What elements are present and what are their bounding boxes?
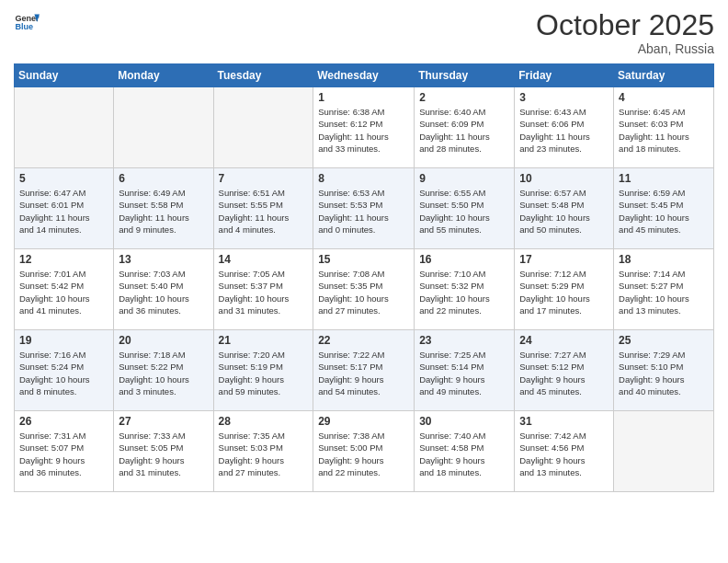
- day-number: 11: [619, 172, 709, 185]
- day-info: Sunrise: 6:51 AMSunset: 5:55 PMDaylight:…: [219, 187, 309, 236]
- table-cell: 2Sunrise: 6:40 AMSunset: 6:09 PMDaylight…: [415, 87, 515, 168]
- table-cell: [15, 87, 114, 168]
- table-cell: 8Sunrise: 6:53 AMSunset: 5:53 PMDaylight…: [313, 168, 415, 249]
- day-info: Sunrise: 7:10 AMSunset: 5:32 PMDaylight:…: [419, 268, 509, 316]
- day-number: 14: [219, 253, 309, 266]
- day-info: Sunrise: 7:35 AMSunset: 5:03 PMDaylight:…: [219, 430, 309, 478]
- day-info: Sunrise: 6:55 AMSunset: 5:50 PMDaylight:…: [419, 187, 509, 236]
- table-cell: 19Sunrise: 7:16 AMSunset: 5:24 PMDayligh…: [15, 330, 114, 411]
- day-number: 2: [419, 91, 509, 104]
- header-friday: Friday: [515, 64, 614, 87]
- day-info: Sunrise: 7:14 AMSunset: 5:27 PMDaylight:…: [619, 268, 709, 316]
- day-number: 27: [119, 415, 208, 428]
- table-cell: 16Sunrise: 7:10 AMSunset: 5:32 PMDayligh…: [415, 249, 515, 330]
- day-number: 31: [519, 415, 609, 428]
- day-info: Sunrise: 7:29 AMSunset: 5:10 PMDaylight:…: [619, 349, 709, 397]
- day-info: Sunrise: 6:49 AMSunset: 5:58 PMDaylight:…: [119, 187, 208, 236]
- table-cell: 25Sunrise: 7:29 AMSunset: 5:10 PMDayligh…: [614, 330, 714, 411]
- day-number: 10: [519, 172, 609, 185]
- day-number: 9: [419, 172, 509, 185]
- header-sunday: Sunday: [15, 64, 114, 87]
- day-info: Sunrise: 6:38 AMSunset: 6:12 PMDaylight:…: [318, 106, 409, 155]
- day-number: 5: [19, 172, 108, 185]
- day-info: Sunrise: 7:40 AMSunset: 4:58 PMDaylight:…: [419, 430, 509, 478]
- day-info: Sunrise: 7:31 AMSunset: 5:07 PMDaylight:…: [19, 430, 108, 478]
- calendar-table: Sunday Monday Tuesday Wednesday Thursday…: [14, 63, 714, 492]
- day-number: 16: [419, 253, 509, 266]
- day-number: 6: [119, 172, 208, 185]
- table-cell: 18Sunrise: 7:14 AMSunset: 5:27 PMDayligh…: [614, 249, 714, 330]
- table-cell: 20Sunrise: 7:18 AMSunset: 5:22 PMDayligh…: [114, 330, 213, 411]
- day-number: 21: [219, 334, 309, 347]
- table-cell: 1Sunrise: 6:38 AMSunset: 6:12 PMDaylight…: [313, 87, 415, 168]
- day-number: 30: [419, 415, 509, 428]
- day-number: 23: [419, 334, 509, 347]
- day-number: 8: [318, 172, 409, 185]
- logo-icon: General Blue: [14, 9, 40, 35]
- day-info: Sunrise: 6:53 AMSunset: 5:53 PMDaylight:…: [318, 187, 409, 236]
- table-cell: 26Sunrise: 7:31 AMSunset: 5:07 PMDayligh…: [15, 411, 114, 492]
- table-cell: 30Sunrise: 7:40 AMSunset: 4:58 PMDayligh…: [415, 411, 515, 492]
- day-info: Sunrise: 7:33 AMSunset: 5:05 PMDaylight:…: [119, 430, 208, 478]
- day-info: Sunrise: 6:47 AMSunset: 6:01 PMDaylight:…: [19, 187, 108, 236]
- day-info: Sunrise: 7:03 AMSunset: 5:40 PMDaylight:…: [119, 268, 208, 316]
- table-cell: 13Sunrise: 7:03 AMSunset: 5:40 PMDayligh…: [114, 249, 213, 330]
- table-cell: 24Sunrise: 7:27 AMSunset: 5:12 PMDayligh…: [515, 330, 614, 411]
- day-number: 17: [519, 253, 609, 266]
- day-info: Sunrise: 6:59 AMSunset: 5:45 PMDaylight:…: [619, 187, 709, 236]
- header-monday: Monday: [114, 64, 213, 87]
- day-info: Sunrise: 7:27 AMSunset: 5:12 PMDaylight:…: [519, 349, 609, 397]
- week-row-3: 12Sunrise: 7:01 AMSunset: 5:42 PMDayligh…: [15, 249, 714, 330]
- day-number: 18: [619, 253, 709, 266]
- month-title: October 2025: [536, 9, 714, 41]
- week-row-2: 5Sunrise: 6:47 AMSunset: 6:01 PMDaylight…: [15, 168, 714, 249]
- day-info: Sunrise: 6:45 AMSunset: 6:03 PMDaylight:…: [619, 106, 709, 155]
- table-cell: 15Sunrise: 7:08 AMSunset: 5:35 PMDayligh…: [313, 249, 415, 330]
- table-cell: 4Sunrise: 6:45 AMSunset: 6:03 PMDaylight…: [614, 87, 714, 168]
- header-wednesday: Wednesday: [313, 64, 415, 87]
- table-cell: 29Sunrise: 7:38 AMSunset: 5:00 PMDayligh…: [313, 411, 415, 492]
- day-number: 28: [219, 415, 309, 428]
- day-number: 7: [219, 172, 309, 185]
- day-info: Sunrise: 7:08 AMSunset: 5:35 PMDaylight:…: [318, 268, 409, 316]
- table-cell: [614, 411, 714, 492]
- table-cell: 10Sunrise: 6:57 AMSunset: 5:48 PMDayligh…: [515, 168, 614, 249]
- table-cell: 5Sunrise: 6:47 AMSunset: 6:01 PMDaylight…: [15, 168, 114, 249]
- table-cell: 9Sunrise: 6:55 AMSunset: 5:50 PMDaylight…: [415, 168, 515, 249]
- week-row-4: 19Sunrise: 7:16 AMSunset: 5:24 PMDayligh…: [15, 330, 714, 411]
- table-cell: 23Sunrise: 7:25 AMSunset: 5:14 PMDayligh…: [415, 330, 515, 411]
- day-info: Sunrise: 7:42 AMSunset: 4:56 PMDaylight:…: [519, 430, 609, 478]
- day-info: Sunrise: 7:16 AMSunset: 5:24 PMDaylight:…: [19, 349, 108, 397]
- day-info: Sunrise: 7:38 AMSunset: 5:00 PMDaylight:…: [318, 430, 409, 478]
- day-info: Sunrise: 7:20 AMSunset: 5:19 PMDaylight:…: [219, 349, 309, 397]
- week-row-1: 1Sunrise: 6:38 AMSunset: 6:12 PMDaylight…: [15, 87, 714, 168]
- logo: General Blue: [14, 9, 40, 35]
- table-cell: 6Sunrise: 6:49 AMSunset: 5:58 PMDaylight…: [114, 168, 213, 249]
- location: Aban, Russia: [536, 41, 714, 56]
- table-cell: 27Sunrise: 7:33 AMSunset: 5:05 PMDayligh…: [114, 411, 213, 492]
- table-cell: 17Sunrise: 7:12 AMSunset: 5:29 PMDayligh…: [515, 249, 614, 330]
- header-thursday: Thursday: [415, 64, 515, 87]
- day-number: 25: [619, 334, 709, 347]
- day-info: Sunrise: 6:40 AMSunset: 6:09 PMDaylight:…: [419, 106, 509, 155]
- day-info: Sunrise: 7:01 AMSunset: 5:42 PMDaylight:…: [19, 268, 108, 316]
- day-number: 4: [619, 91, 709, 104]
- table-cell: 7Sunrise: 6:51 AMSunset: 5:55 PMDaylight…: [213, 168, 313, 249]
- day-number: 26: [19, 415, 108, 428]
- table-cell: 11Sunrise: 6:59 AMSunset: 5:45 PMDayligh…: [614, 168, 714, 249]
- table-cell: 3Sunrise: 6:43 AMSunset: 6:06 PMDaylight…: [515, 87, 614, 168]
- svg-text:Blue: Blue: [15, 22, 33, 31]
- day-number: 19: [19, 334, 108, 347]
- header-tuesday: Tuesday: [213, 64, 313, 87]
- table-cell: 12Sunrise: 7:01 AMSunset: 5:42 PMDayligh…: [15, 249, 114, 330]
- day-info: Sunrise: 7:22 AMSunset: 5:17 PMDaylight:…: [318, 349, 409, 397]
- day-number: 15: [318, 253, 409, 266]
- table-cell: 21Sunrise: 7:20 AMSunset: 5:19 PMDayligh…: [213, 330, 313, 411]
- day-number: 13: [119, 253, 208, 266]
- table-cell: 28Sunrise: 7:35 AMSunset: 5:03 PMDayligh…: [213, 411, 313, 492]
- day-info: Sunrise: 7:25 AMSunset: 5:14 PMDaylight:…: [419, 349, 509, 397]
- day-info: Sunrise: 7:12 AMSunset: 5:29 PMDaylight:…: [519, 268, 609, 316]
- table-cell: [213, 87, 313, 168]
- day-number: 12: [19, 253, 108, 266]
- title-block: October 2025 Aban, Russia: [536, 9, 714, 56]
